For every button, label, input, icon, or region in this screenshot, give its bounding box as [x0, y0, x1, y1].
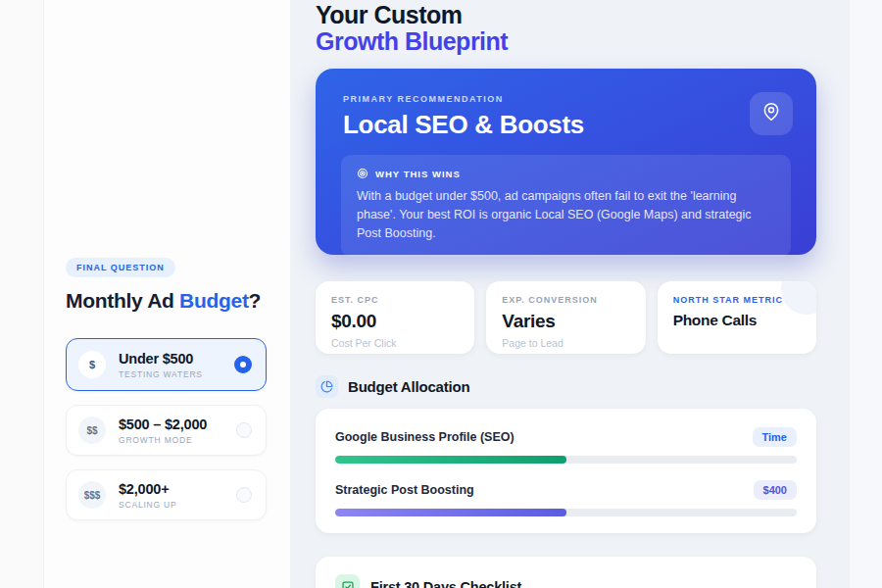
metric-label: EST. CPC	[331, 295, 459, 305]
budget-option-2000-plus[interactable]: $$$ $2,000+ SCALING UP	[66, 469, 267, 520]
why-this-wins-text: With a budget under $500, ad campaigns o…	[357, 187, 775, 243]
primary-recommendation-card: PRIMARY RECOMMENDATION Local SEO & Boost…	[316, 69, 816, 255]
final-question-badge: FINAL QUESTION	[66, 258, 175, 277]
radio-selected-icon[interactable]	[234, 356, 252, 373]
budget-allocation-heading: Budget Allocation	[348, 378, 469, 395]
progress-bar-track	[335, 456, 797, 464]
option-sublabel: GROWTH MODE	[119, 435, 236, 445]
option-label: $500 – $2,000	[119, 416, 236, 432]
dollar-dollar-icon: $$	[78, 416, 106, 444]
pie-chart-icon	[320, 380, 333, 393]
page-title: Your Custom Growth Blueprint	[316, 2, 816, 55]
allocation-item-label: Google Business Profile (SEO)	[335, 430, 514, 444]
budget-options-list: $ Under $500 TESTING WATERS $$ $500 – $2…	[66, 338, 267, 520]
recommendation-title: Local SEO & Boosts	[343, 110, 789, 140]
budget-allocation-header: Budget Allocation	[316, 375, 816, 398]
map-pin-icon-tile	[750, 92, 793, 135]
page-title-line1: Your Custom	[316, 2, 816, 28]
check-square-icon-tile	[335, 574, 360, 588]
question-highlight: Budget	[179, 289, 249, 312]
metric-card-conversion: EXP. CONVERSION Varies Page to Lead	[486, 281, 645, 354]
allocation-item-badge: $400	[754, 480, 797, 500]
allocation-item-badge: Time	[753, 427, 797, 447]
panel-right-strip	[850, 0, 882, 588]
budget-option-under-500[interactable]: $ Under $500 TESTING WATERS	[66, 338, 267, 391]
metric-value: $0.00	[331, 311, 459, 332]
metric-value: Phone Calls	[673, 312, 801, 329]
why-this-wins-label: WHY THIS WINS	[375, 169, 461, 179]
blueprint-panel: Your Custom Growth Blueprint PRIMARY REC…	[290, 0, 882, 588]
recommendation-eyebrow: PRIMARY RECOMMENDATION	[343, 94, 789, 104]
metric-card-north-star: NORTH STAR METRIC Phone Calls	[658, 281, 816, 354]
metrics-row: EST. CPC $0.00 Cost Per Click EXP. CONVE…	[316, 281, 816, 354]
page-title-line2: Growth Blueprint	[316, 28, 816, 55]
budget-allocation-card: Google Business Profile (SEO) Time Strat…	[316, 409, 816, 533]
metric-value: Varies	[502, 311, 629, 332]
target-icon	[357, 168, 368, 179]
first-30-days-card: First 30 Days Checklist Claim Google Bus…	[316, 557, 816, 588]
progress-bar-fill-seo	[335, 456, 566, 464]
progress-bar-track	[335, 509, 797, 516]
question-sidebar: FINAL QUESTION Monthly Ad Budget? $ Unde…	[0, 0, 290, 588]
check-square-icon	[341, 580, 355, 588]
metric-label: EXP. CONVERSION	[502, 295, 629, 305]
option-label: Under $500	[119, 351, 234, 367]
metric-card-cpc: EST. CPC $0.00 Cost Per Click	[316, 281, 474, 354]
checklist-heading: First 30 Days Checklist	[370, 579, 521, 588]
question-prefix: Monthly Ad	[66, 289, 179, 312]
option-label: $2,000+	[119, 481, 236, 497]
metric-sublabel: Page to Lead	[502, 337, 629, 349]
sidebar-edge-strip	[0, 0, 44, 588]
question-heading: Monthly Ad Budget?	[66, 289, 267, 313]
metric-sublabel: Cost Per Click	[331, 337, 459, 349]
question-suffix: ?	[249, 289, 262, 312]
option-sublabel: TESTING WATERS	[119, 369, 234, 379]
triple-dollar-icon: $$$	[78, 481, 106, 509]
progress-bar-fill-boosting	[335, 509, 566, 516]
radio-unselected-icon[interactable]	[236, 487, 252, 503]
allocation-item-label: Strategic Post Boosting	[335, 483, 474, 497]
map-pin-icon	[761, 102, 781, 125]
dollar-icon: $	[78, 351, 106, 378]
why-this-wins-box: WHY THIS WINS With a budget under $500, …	[341, 155, 791, 257]
pie-chart-icon-tile	[316, 375, 338, 398]
budget-option-500-2000[interactable]: $$ $500 – $2,000 GROWTH MODE	[66, 405, 267, 456]
radio-unselected-icon[interactable]	[236, 422, 252, 438]
option-sublabel: SCALING UP	[119, 500, 236, 510]
decorative-circle	[781, 281, 816, 315]
